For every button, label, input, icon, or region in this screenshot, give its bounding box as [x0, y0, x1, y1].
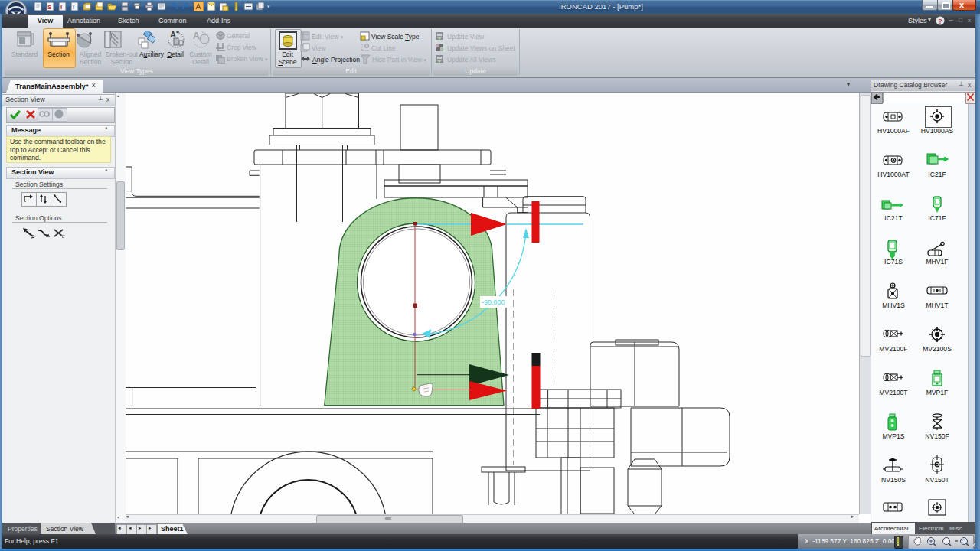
svg-text:I: I — [60, 4, 62, 11]
svg-text:I: I — [73, 4, 74, 11]
svg-text:-90.000: -90.000 — [482, 298, 505, 306]
svg-text:▾: ▾ — [267, 4, 270, 9]
svg-text:A: A — [193, 31, 200, 41]
svg-text:A: A — [170, 30, 176, 39]
svg-text:S: S — [47, 4, 52, 11]
svg-text:?: ? — [938, 18, 942, 25]
